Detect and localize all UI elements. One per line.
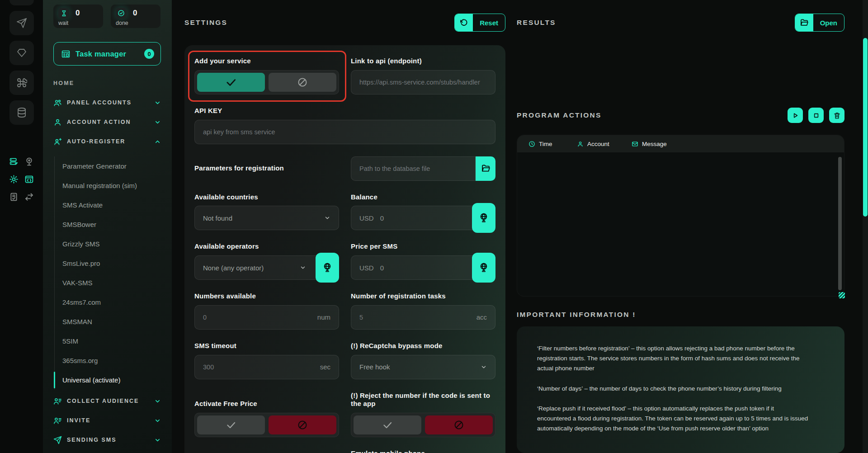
sidebar-item-account-action[interactable]: ACCOUNT ACTION — [53, 118, 161, 127]
add-service-label: Add your service — [194, 57, 339, 66]
important-info-card: ‘Filter numbers before registration’ – t… — [517, 326, 844, 453]
user-icon — [53, 118, 62, 127]
reject-number-yes-button[interactable] — [354, 415, 421, 434]
ban-icon — [453, 420, 464, 430]
column-header-message[interactable]: Message — [632, 141, 667, 147]
globe-icon — [478, 212, 489, 223]
submenu-item-manual-registration[interactable]: Manual registration (sim) — [62, 176, 161, 195]
add-service-yes-button[interactable] — [197, 73, 265, 92]
important-info-title: IMPORTANT INFORMATION ! — [517, 311, 844, 319]
submenu-item-universal-activate[interactable]: Universal (activate) — [62, 370, 161, 390]
send-rail-button[interactable] — [9, 11, 34, 35]
reject-number-toggle — [351, 413, 495, 437]
sms-timeout-input[interactable] — [203, 363, 314, 371]
api-key-group: API KEY — [194, 107, 495, 144]
params-label: Parameters for registration — [194, 164, 339, 173]
price-group: Price per SMS USD 0 — [351, 242, 495, 280]
free-price-yes-button[interactable] — [197, 415, 265, 434]
operators-globe-button[interactable] — [316, 253, 339, 283]
database-icon — [16, 107, 27, 118]
sidebar-item-label: INVITE — [67, 417, 90, 424]
add-service-toggle — [194, 70, 339, 94]
auto-register-submenu: Parameter Generator Manual registration … — [54, 156, 161, 390]
table-scrollbar-thumb[interactable] — [838, 157, 842, 290]
free-price-no-button[interactable] — [269, 415, 336, 434]
browse-file-button[interactable] — [476, 156, 495, 181]
diamond-icon — [16, 47, 27, 58]
page-scrollbar-track[interactable] — [863, 0, 868, 453]
ban-icon — [297, 420, 308, 430]
swap-icon[interactable] — [24, 192, 34, 202]
add-service-no-button[interactable] — [269, 73, 336, 92]
reset-label: Reset — [473, 14, 505, 31]
registration-tasks-unit: acc — [476, 313, 487, 321]
check-icon — [226, 420, 236, 430]
column-header-time[interactable]: Time — [528, 141, 577, 147]
command-rail-button[interactable] — [9, 71, 34, 95]
main-area: SETTINGS Reset Add your service — [172, 0, 868, 453]
reject-number-no-button[interactable] — [425, 415, 493, 434]
open-button[interactable]: Open — [795, 14, 844, 32]
diamond-rail-button[interactable] — [9, 41, 34, 65]
check-icon — [225, 76, 237, 88]
emulate-phone-group: Emulate mobile phone — [351, 449, 495, 453]
sidebar-item-sending-sms[interactable]: SENDING SMS — [53, 435, 161, 444]
reject-number-label: (!) Reject the number if the code is sen… — [351, 392, 495, 409]
sidebar-item-auto-register[interactable]: AUTO-REGISTER — [53, 137, 161, 146]
results-title: RESULTS — [517, 19, 556, 27]
db-path-input[interactable] — [359, 165, 467, 172]
free-price-group: Activate Free Price — [194, 392, 339, 438]
submenu-item-grizzly-sms[interactable]: Grizzly SMS — [62, 234, 161, 254]
recaptcha-select[interactable]: Free hook — [351, 355, 495, 379]
spacer-cell — [194, 449, 339, 453]
numbers-available-input[interactable] — [203, 314, 311, 321]
balance-globe-button[interactable] — [472, 203, 495, 233]
submenu-item-smslive-pro[interactable]: SmsLive.pro — [62, 254, 161, 273]
check-circle-icon — [116, 8, 127, 19]
doc-check-icon[interactable] — [9, 192, 19, 202]
icon-rail — [0, 0, 43, 453]
table-header: Time Account Message — [517, 135, 844, 152]
countries-select[interactable]: Not found — [194, 206, 339, 230]
params-field-group — [351, 156, 495, 181]
app-window: 0 wait 0 done Task manager 0 HOME PANEL … — [0, 0, 868, 453]
ban-icon — [297, 77, 308, 88]
submenu-item-5sim[interactable]: 5SIM — [62, 331, 161, 351]
submenu-item-sms-activate[interactable]: SMS Activate — [62, 195, 161, 215]
sidebar-item-collect-audience[interactable]: COLLECT AUDIENCE — [53, 396, 161, 406]
submenu-item-parameter-generator[interactable]: Parameter Generator — [62, 156, 161, 176]
page-scrollbar-thumb[interactable] — [863, 38, 868, 217]
play-button[interactable] — [788, 108, 803, 123]
api-key-input[interactable] — [203, 128, 487, 136]
submenu-item-365sms[interactable]: 365sms.org — [62, 351, 161, 370]
webcam-icon[interactable] — [24, 156, 34, 166]
submenu-item-smsman[interactable]: SMSMAN — [62, 312, 161, 331]
reset-button[interactable]: Reset — [454, 14, 505, 32]
stop-button[interactable] — [808, 108, 824, 123]
partial-tile[interactable] — [9, 0, 34, 5]
link-api-group: Link to api (endpoint) — [351, 57, 495, 94]
sidebar-item-home[interactable]: HOME — [53, 79, 161, 88]
table-resize-handle[interactable] — [839, 292, 845, 298]
code-window-icon[interactable] — [24, 174, 34, 184]
registration-tasks-input[interactable] — [359, 314, 470, 321]
price-globe-button[interactable] — [472, 253, 495, 283]
free-price-toggle — [194, 413, 339, 437]
submenu-item-vak-sms[interactable]: VAK-SMS — [62, 273, 161, 293]
submenu-item-24sms7[interactable]: 24sms7.com — [62, 293, 161, 312]
link-api-input[interactable] — [359, 79, 487, 86]
sms-timeout-label: SMS timeout — [194, 342, 339, 350]
submenu-item-smsbower[interactable]: SMSBower — [62, 215, 161, 234]
send-icon — [16, 18, 27, 28]
gear-icon[interactable] — [9, 174, 19, 184]
price-label: Price per SMS — [351, 242, 495, 251]
column-header-account[interactable]: Account — [577, 141, 632, 147]
sidebar-item-invite[interactable]: INVITE — [53, 416, 161, 425]
recaptcha-value: Free hook — [359, 363, 390, 371]
folder-open-icon — [795, 14, 813, 31]
trash-button[interactable] — [829, 108, 844, 123]
task-manager-button[interactable]: Task manager 0 — [53, 42, 161, 66]
server-check-icon[interactable] — [9, 156, 19, 166]
sidebar-item-panel-accounts[interactable]: PANEL ACCOUNTS — [53, 98, 161, 107]
database-rail-button[interactable] — [9, 100, 34, 125]
